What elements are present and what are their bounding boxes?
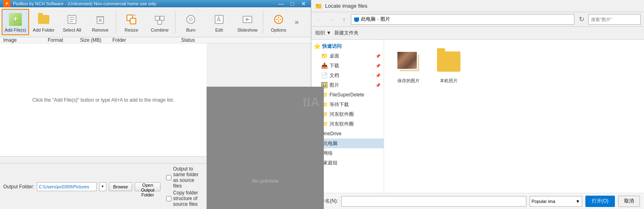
svg-point-16 — [190, 19, 191, 20]
svg-rect-1 — [70, 17, 74, 18]
pc-breadcrumb-icon — [354, 17, 359, 22]
new-folder-button[interactable]: 新建文件夹 — [334, 30, 359, 36]
scrollbar-track[interactable] — [0, 157, 207, 163]
svg-rect-22 — [278, 17, 279, 19]
close-button[interactable]: ✕ — [300, 0, 308, 7]
svg-rect-30 — [316, 4, 318, 5]
filename-bar: 文件名(N): Popular ima ▼ 打开(O) 取消 — [311, 193, 644, 209]
sidebar-item-documents[interactable]: 📄 文档 📌 — [311, 70, 384, 80]
separator-3 — [263, 11, 263, 33]
documents-label: 文档 — [329, 72, 339, 79]
folder-dropdown[interactable]: ▼ — [99, 182, 106, 191]
combine-button[interactable]: Combine — [146, 9, 173, 35]
col-format-header: Format — [48, 37, 80, 43]
onedrive-label: OneDrive — [321, 131, 342, 136]
camera-roll-name: 本机照片 — [440, 78, 458, 84]
forward-button[interactable]: → — [327, 14, 337, 25]
svg-rect-25 — [279, 19, 281, 20]
preview-panel: tIA No preview NCH Software Convert — [207, 87, 324, 209]
list-item[interactable]: 本机照片 — [433, 48, 465, 84]
copy-folder-option[interactable]: Copy folder structure of source files — [166, 190, 203, 207]
maximize-button[interactable]: □ — [288, 0, 296, 7]
col-folder-header: Folder — [112, 37, 181, 43]
open-button[interactable]: 打开(O) — [585, 196, 615, 207]
refresh-button[interactable]: ↻ — [576, 14, 587, 25]
add-files-button[interactable]: Add File(s) — [2, 9, 29, 35]
bottom-controls: Output Folder: ▼ Browse Open Output Fold… — [0, 163, 207, 209]
sidebar-item-downloads[interactable]: 📥 下载 📌 — [311, 61, 384, 70]
browse-button[interactable]: Browse — [109, 182, 133, 191]
resize-button[interactable]: Resize — [118, 9, 145, 35]
dialog-title: Locate image files — [325, 3, 367, 9]
col-status-header: Status — [181, 37, 308, 43]
output-folder-input[interactable] — [37, 182, 97, 191]
add-folder-button[interactable]: Add Folder — [30, 9, 57, 35]
remove-button[interactable]: Remove — [87, 9, 114, 35]
cancel-button[interactable]: 取消 — [618, 196, 640, 207]
select-all-button[interactable]: Select All — [58, 9, 86, 35]
copy-folder-label: Copy folder structure of source files — [173, 190, 203, 207]
svg-rect-3 — [70, 21, 73, 22]
burn-label: Burn — [186, 28, 195, 32]
column-headers: Image Format Size (MB) Folder Status — [0, 37, 311, 43]
same-folder-label: Output to same folder as source files — [173, 166, 203, 189]
open-output-button[interactable]: Open Output Folder — [135, 182, 160, 191]
tia-watermark: tIA — [302, 95, 320, 110]
saved-photos-name: 保存的图片 — [397, 78, 420, 84]
this-pc-label: 此电脑 — [323, 140, 338, 147]
back-button[interactable]: ← — [315, 14, 325, 25]
svg-rect-17 — [215, 15, 223, 23]
sidebar-item-desktop[interactable]: 📁 桌面 📌 — [311, 51, 384, 61]
same-folder-option[interactable]: Output to same folder as source files — [166, 166, 203, 189]
edit-button[interactable]: Edit — [205, 9, 233, 35]
resize-label: Resize — [125, 28, 138, 32]
svg-rect-31 — [354, 17, 359, 21]
svg-rect-24 — [276, 19, 278, 20]
options-button[interactable]: Options — [265, 9, 292, 35]
file-view[interactable]: 保存的图片 本机照片 — [384, 40, 644, 193]
filesuperdelete-label: FileSuperDelete — [329, 92, 364, 98]
select-all-label: Select All — [63, 28, 81, 32]
up-button[interactable]: ↑ — [339, 14, 349, 25]
pending-label: 等待下载 — [329, 101, 349, 108]
options-label: Options — [271, 28, 286, 32]
same-folder-checkbox[interactable] — [166, 175, 171, 180]
copy-folder-checkbox[interactable] — [166, 196, 171, 201]
quick-access-label: 快速访问 — [322, 43, 342, 50]
file-list[interactable]: Click the "Add File(s)" button or type A… — [0, 43, 207, 157]
output-folder-label: Output Folder: — [3, 184, 34, 190]
main-area: Click the "Add File(s)" button or type A… — [0, 43, 311, 209]
dialog-icon — [315, 3, 322, 9]
organize-button[interactable]: 组织 ▼ — [315, 30, 331, 36]
downloads-label: 下载 — [329, 62, 339, 69]
breadcrumb[interactable]: 此电脑 › 图片 — [351, 14, 574, 25]
desktop-label: 桌面 — [329, 53, 339, 60]
no-preview-text: No preview — [252, 178, 279, 184]
svg-rect-13 — [158, 20, 162, 24]
slideshow-label: Slideshow — [237, 28, 258, 32]
col-size-header: Size (MB) — [80, 37, 112, 43]
sidebar-item-quick-access[interactable]: ⭐ 快速访问 — [311, 41, 384, 51]
svg-rect-23 — [278, 20, 279, 22]
slideshow-button[interactable]: Slideshow — [234, 9, 261, 35]
list-item[interactable]: 保存的图片 — [392, 48, 424, 84]
more-button[interactable]: » — [293, 18, 300, 26]
svg-rect-12 — [160, 16, 164, 20]
filename-input[interactable] — [341, 196, 526, 207]
explorer-content: ⭐ 快速访问 📁 桌面 📌 📥 下载 📌 📄 文档 📌 🖼️ 图片 — [311, 40, 644, 193]
search-input[interactable] — [588, 14, 641, 25]
separator-2 — [175, 11, 175, 33]
explorer-toolbar: 组织 ▼ 新建文件夹 — [311, 27, 644, 40]
burn-button[interactable]: Burn — [177, 9, 205, 35]
left-panel: P Pixillion by NCH Software - (Unlicense… — [0, 0, 311, 209]
separator-1 — [116, 11, 116, 33]
minimize-button[interactable]: — — [277, 0, 285, 7]
filetype-dropdown[interactable]: Popular ima ▼ — [530, 196, 582, 207]
network-label: 网络 — [323, 150, 333, 157]
svg-rect-9 — [130, 18, 136, 24]
homegroup-label: 家庭组 — [323, 160, 338, 166]
horizontal-scrollbar[interactable] — [0, 157, 207, 163]
edit-label: Edit — [215, 28, 223, 32]
app-title: Pixillion by NCH Software - (Unlicensed)… — [13, 1, 156, 6]
breadcrumb-root: 此电脑 — [361, 16, 376, 23]
